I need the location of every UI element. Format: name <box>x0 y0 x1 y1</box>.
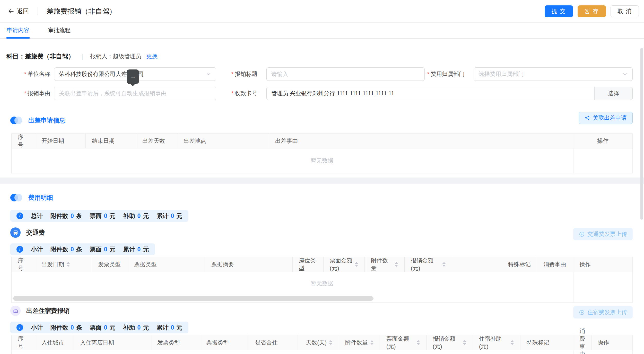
column-header: 序号 <box>12 335 35 350</box>
back-button[interactable]: 返回 <box>8 7 29 15</box>
sort-icon[interactable] <box>395 262 398 267</box>
transport-table: 序号 出发日期 发票类型 票据类型 票据摘要 座位类型 票面金额(元) 附件数量… <box>11 257 633 303</box>
trip-table-empty: 暂无数据 <box>12 148 632 173</box>
column-header-sortable[interactable]: 附件数量 <box>365 257 405 272</box>
empty-text: 暂无数据 <box>311 280 333 287</box>
reimburse-title-input[interactable] <box>271 71 420 77</box>
subtotal-label: 小计 <box>31 245 43 253</box>
section-bullet-icon <box>10 116 23 125</box>
horizontal-scrollbar-thumb[interactable] <box>13 296 373 301</box>
column-header: 序号 <box>12 257 35 272</box>
column-header-sortable[interactable]: 报销金额(元) <box>405 257 452 272</box>
hotel-table-empty <box>12 350 632 354</box>
column-header: 出差天数 <box>136 134 177 148</box>
fixed-column-divider <box>573 350 573 354</box>
submit-button[interactable]: 提 交 <box>545 5 573 17</box>
column-header: 出差地点 <box>177 134 269 148</box>
column-header: 票据摘要 <box>205 257 293 272</box>
vertical-scrollbar-thumb[interactable] <box>640 48 643 220</box>
summary-item: 补助0元 <box>123 212 149 220</box>
bus-icon <box>10 227 21 238</box>
sort-icon[interactable] <box>66 262 70 267</box>
column-header: 发票类型 <box>151 335 200 350</box>
house-icon <box>10 306 21 316</box>
link-trip-request-button[interactable]: 关联出差申请 <box>579 112 633 124</box>
hotel-section-header: 出差住宿费报销 <box>10 306 69 316</box>
column-header: 结束日期 <box>86 134 136 148</box>
required-mark: * <box>231 71 233 77</box>
hotel-invoice-upload-button[interactable]: 住宿费发票上传 <box>573 306 633 318</box>
tab-application-content[interactable]: 申请内容 <box>6 23 30 38</box>
subject-label: 科目：差旅费（非自驾） <box>6 52 74 60</box>
subtotal-label: 小计 <box>31 324 43 332</box>
summary-item: 补助0元 <box>123 324 149 332</box>
transport-section-title: 交通费 <box>26 228 45 237</box>
total-summary-bar: i 总计 附件数0条 票面0元 补助0元 累计0元 <box>10 210 188 222</box>
column-header-sortable[interactable]: 票面金额(元) <box>324 257 365 272</box>
form-item-reason: * 报销事由 <box>22 87 216 100</box>
hotel-table-header: 序号 入住城市 入住离店日期 发票类型 票据类型 是否合住 天数(天) 附件数量… <box>12 335 632 350</box>
cancel-button[interactable]: 取 消 <box>611 5 639 17</box>
required-mark: * <box>24 90 26 97</box>
column-header: 消费事由 <box>537 257 573 272</box>
trip-table-header: 序号 开始日期 结束日期 出差天数 出差地点 出差事由 操作 <box>12 134 632 148</box>
required-mark: * <box>24 71 26 77</box>
info-icon: i <box>16 324 23 331</box>
summary-item: 附件数0条 <box>50 245 82 253</box>
column-header-sortable[interactable]: 报销金额(元) <box>427 335 473 350</box>
required-mark: * <box>231 90 233 97</box>
reimburse-title-label: 报销标题 <box>235 70 257 78</box>
transport-subtotal-bar: i 小计 附件数0条 票面0元 累计0元 <box>10 243 155 255</box>
total-label: 总计 <box>31 212 43 220</box>
sort-icon[interactable] <box>442 262 446 267</box>
share-icon <box>585 115 590 121</box>
expense-dept-label: 费用归属部门 <box>431 70 465 78</box>
hotel-table: 序号 入住城市 入住离店日期 发票类型 票据类型 是否合住 天数(天) 附件数量… <box>11 335 633 354</box>
reimburse-reason-label: 报销事由 <box>28 90 50 97</box>
expense-dept-select[interactable] <box>474 67 633 81</box>
column-header-sortable[interactable]: 票面金额(元) <box>380 335 427 350</box>
back-label: 返回 <box>17 7 29 15</box>
transport-section-header: 交通费 <box>10 227 45 238</box>
detail-section-header: 费用明细 <box>10 193 53 202</box>
expense-dept-input[interactable] <box>478 71 620 77</box>
subject-divider: ｜ <box>80 52 85 60</box>
transport-invoice-upload-button[interactable]: 交通费发票上传 <box>573 228 633 240</box>
hotel-subtotal-bar: i 小计 附件数0条 票面0元 补助0元 累计0元 <box>10 322 188 333</box>
column-header-sortable[interactable]: 天数(天) <box>298 335 339 350</box>
column-header-sortable[interactable]: 出发日期 <box>35 257 92 272</box>
plus-circle-icon <box>579 231 585 237</box>
summary-item: 票面0元 <box>90 324 116 332</box>
unit-name-label: 单位名称 <box>28 70 50 78</box>
column-header: 序号 <box>12 134 35 148</box>
summary-item: 票面0元 <box>90 245 116 253</box>
column-header-sortable[interactable]: 住宿补助(元) <box>473 335 520 350</box>
column-header: 特殊标记 <box>452 257 537 272</box>
section-divider-band <box>0 178 644 184</box>
sort-icon[interactable] <box>329 340 333 345</box>
detail-section-title: 费用明细 <box>28 193 53 202</box>
sort-icon[interactable] <box>370 340 374 345</box>
tooltip: -- <box>127 69 139 84</box>
column-header-actions: 操作 <box>591 335 644 350</box>
change-applicant-link[interactable]: 更换 <box>146 52 158 60</box>
summary-item: 附件数0条 <box>50 212 82 220</box>
sort-icon[interactable] <box>355 262 358 267</box>
sort-icon[interactable] <box>463 340 466 345</box>
summary-item: 累计0元 <box>123 245 149 253</box>
stash-button[interactable]: 暂 存 <box>578 5 606 17</box>
summary-item: 附件数0条 <box>50 324 82 332</box>
sort-icon[interactable] <box>416 340 420 345</box>
subject-bar: 科目：差旅费（非自驾） ｜ 报销人：超级管理员 更换 <box>6 52 158 61</box>
page: { "header": { "back": "返回", "title": "差旅… <box>0 0 644 354</box>
column-header-sortable[interactable]: 附件数量 <box>339 335 380 350</box>
column-header-actions: 操作 <box>573 257 632 272</box>
top-bar: 返回 差旅费报销（非自驾） 提 交 暂 存 取 消 <box>0 0 644 23</box>
sort-icon[interactable] <box>510 340 514 345</box>
reimburse-reason-input[interactable] <box>59 90 211 97</box>
form-item-title: * 报销标题 <box>231 67 425 81</box>
payee-card-input[interactable] <box>267 90 594 97</box>
transport-table-header: 序号 出发日期 发票类型 票据类型 票据摘要 座位类型 票面金额(元) 附件数量… <box>12 257 632 272</box>
select-card-button[interactable]: 选择 <box>594 87 632 100</box>
tab-approval-flow[interactable]: 审批流程 <box>47 23 71 38</box>
